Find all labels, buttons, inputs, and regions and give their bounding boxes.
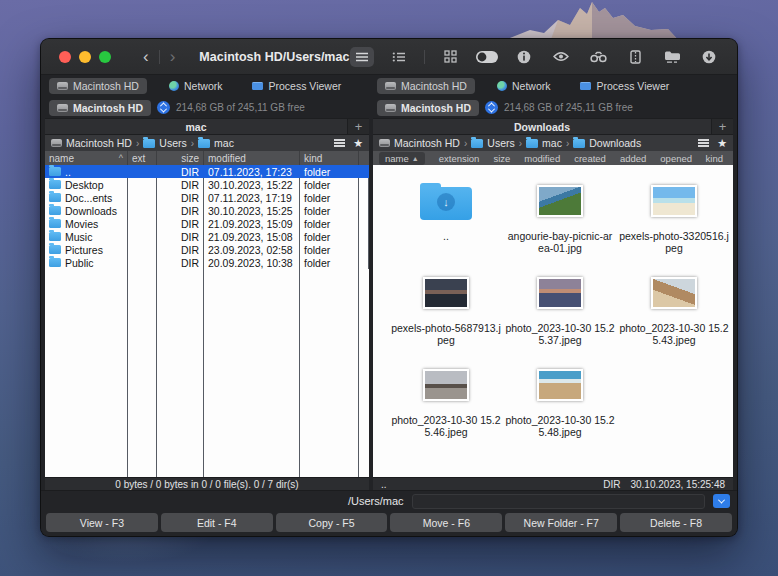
right-tab-process-viewer[interactable]: Process Viewer	[572, 78, 677, 94]
table-row[interactable]: Doc...ents DIR 07.11.2023, 17:19 folder	[45, 191, 369, 204]
column-header-name[interactable]: name^	[45, 151, 128, 165]
folder-icon	[526, 139, 538, 148]
table-row-selected[interactable]: .. DIR 07.11.2023, 17:23 folder	[45, 165, 369, 178]
table-row[interactable]: Music DIR 21.09.2023, 15:08 folder	[45, 230, 369, 243]
column-header-kind[interactable]: kind	[706, 153, 723, 164]
file-item-parent-dir[interactable]: ↓ ..	[389, 177, 503, 269]
table-row[interactable]: Downloads DIR 30.10.2023, 15:25 folder	[45, 204, 369, 217]
left-tab-macintosh-hd[interactable]: Macintosh HD	[49, 78, 147, 94]
column-header-extension[interactable]: extension	[439, 153, 480, 164]
breadcrumb-segment[interactable]: Macintosh HD	[394, 137, 460, 149]
list-view-icon[interactable]	[350, 47, 374, 67]
tab-label: Network	[184, 80, 223, 92]
folder-icon	[143, 139, 155, 148]
table-row[interactable]: Desktop DIR 30.10.2023, 15:22 folder	[45, 178, 369, 191]
tab-label: Process Viewer	[596, 80, 669, 92]
column-header-size[interactable]: size	[157, 151, 204, 165]
column-header-ext[interactable]: ext	[128, 151, 157, 165]
table-row[interactable]: Pictures DIR 23.09.2023, 02:58 folder	[45, 243, 369, 256]
file-item[interactable]: pexels-photo-3320516.jpeg	[617, 177, 731, 269]
move-f6-button[interactable]: Move - F6	[390, 513, 502, 532]
back-button[interactable]: ‹	[133, 48, 159, 65]
detail-view-icon[interactable]	[387, 47, 411, 67]
downloads-folder-icon: ↓	[420, 182, 472, 220]
column-header-kind[interactable]: kind	[300, 151, 359, 165]
left-tab-process-viewer[interactable]: Process Viewer	[244, 78, 349, 94]
zoom-window-button[interactable]	[99, 51, 111, 63]
file-item[interactable]: photo_2023-10-30 15.25.46.jpeg	[389, 361, 503, 453]
command-path-label: /Users/mac	[348, 495, 404, 507]
breadcrumb-segment[interactable]: Macintosh HD	[66, 137, 132, 149]
table-row[interactable]: Movies DIR 21.09.2023, 15:09 folder	[45, 217, 369, 230]
menu-icon[interactable]	[698, 139, 709, 147]
search-binoculars-icon[interactable]	[586, 47, 610, 67]
file-item[interactable]: pexels-photo-5687913.jpeg	[389, 269, 503, 361]
forward-button[interactable]: ›	[160, 48, 186, 65]
sort-ascending-icon: ▲	[412, 155, 419, 162]
grid-view-icon[interactable]	[438, 47, 462, 67]
drive-icon	[385, 82, 396, 90]
selected-item-label: ..	[381, 479, 387, 490]
sort-ascending-icon: ^	[119, 153, 123, 163]
column-header-size[interactable]: size	[493, 153, 510, 164]
edit-f4-button[interactable]: Edit - F4	[161, 513, 273, 532]
copy-f5-button[interactable]: Copy - F5	[276, 513, 388, 532]
breadcrumb-segment[interactable]: mac	[542, 137, 562, 149]
left-folder-tab[interactable]: mac	[45, 119, 347, 134]
toolbar	[350, 47, 725, 67]
breadcrumb-segment[interactable]: Downloads	[589, 137, 641, 149]
right-tab-macintosh-hd[interactable]: Macintosh HD	[377, 78, 475, 94]
minimize-window-button[interactable]	[79, 51, 91, 63]
column-header-added[interactable]: added	[620, 153, 646, 164]
image-thumbnail	[651, 185, 697, 217]
new-folder-f7-button[interactable]: New Folder - F7	[505, 513, 617, 532]
download-icon[interactable]	[697, 47, 721, 67]
column-header-opened[interactable]: opened	[660, 153, 692, 164]
left-tab-network[interactable]: Network	[161, 78, 231, 94]
selection-summary: 0 bytes / 0 bytes in 0 / 0 file(s). 0 / …	[115, 479, 298, 490]
view-f3-button[interactable]: View - F3	[46, 513, 158, 532]
menu-icon[interactable]	[334, 139, 345, 147]
close-window-button[interactable]	[59, 51, 71, 63]
file-item[interactable]: photo_2023-10-30 15.25.48.jpeg	[503, 361, 617, 453]
right-pane: Macintosh HD Network Process Viewer Maci	[373, 75, 733, 490]
drive-dropdown-icon[interactable]	[157, 101, 170, 114]
breadcrumb-segment[interactable]: mac	[214, 137, 234, 149]
add-tab-button[interactable]: +	[711, 119, 733, 134]
column-header-modified[interactable]: modified	[524, 153, 560, 164]
left-drive-selector[interactable]: Macintosh HD	[49, 100, 151, 116]
folder-icon	[573, 139, 585, 148]
breadcrumb-segment[interactable]: Users	[159, 137, 186, 149]
drive-dropdown-icon[interactable]	[485, 101, 498, 114]
command-input[interactable]	[412, 494, 705, 509]
table-row[interactable]: Public DIR 20.09.2023, 10:38 folder	[45, 256, 369, 269]
favorites-star-icon[interactable]: ★	[717, 138, 727, 149]
title-bar: ‹ › Macintosh HD/Users/mac	[41, 39, 737, 75]
command-history-button[interactable]	[713, 494, 730, 508]
archive-zip-icon[interactable]	[623, 47, 647, 67]
breadcrumb-segment[interactable]: Users	[487, 137, 514, 149]
right-folder-tab[interactable]: Downloads	[373, 119, 711, 134]
drive-name: Macintosh HD	[401, 102, 471, 114]
folder-icon	[49, 180, 61, 189]
favorites-star-icon[interactable]: ★	[353, 138, 363, 149]
right-status-bar: .. DIR 30.10.2023, 15:25:48	[373, 477, 733, 490]
network-folder-icon[interactable]	[660, 47, 684, 67]
add-tab-button[interactable]: +	[347, 119, 369, 134]
delete-f8-button[interactable]: Delete - F8	[620, 513, 732, 532]
left-pane: Macintosh HD Network Process Viewer Maci	[45, 75, 369, 490]
right-drive-selector[interactable]: Macintosh HD	[377, 100, 479, 116]
file-item[interactable]: photo_2023-10-30 15.25.43.jpeg	[617, 269, 731, 361]
preview-eye-icon[interactable]	[549, 47, 573, 67]
column-header-created[interactable]: created	[574, 153, 606, 164]
column-header-modified[interactable]: modified	[204, 151, 300, 165]
globe-icon	[497, 81, 507, 91]
right-tab-network[interactable]: Network	[489, 78, 559, 94]
dual-pane-toggle-icon[interactable]	[475, 47, 499, 67]
column-header-name[interactable]: name▲	[379, 152, 425, 165]
free-space-label: 214,68 GB of 245,11 GB free	[176, 102, 305, 113]
download-badge-icon: ↓	[437, 193, 455, 211]
info-icon[interactable]	[512, 47, 536, 67]
file-item[interactable]: angourie-bay-picnic-area-01.jpg	[503, 177, 617, 269]
file-item[interactable]: photo_2023-10-30 15.25.37.jpeg	[503, 269, 617, 361]
